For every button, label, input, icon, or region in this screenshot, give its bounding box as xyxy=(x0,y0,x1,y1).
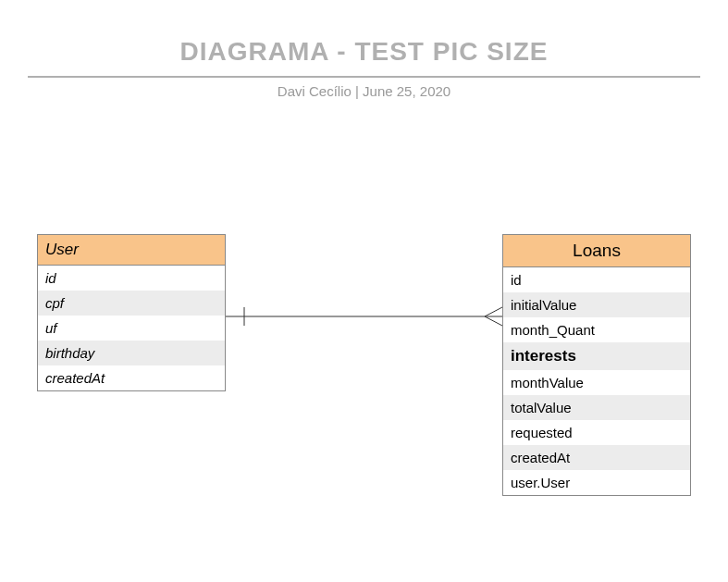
attr-row: totalValue xyxy=(503,395,690,420)
separator: | xyxy=(352,83,363,99)
attr-row: createdAt xyxy=(38,365,225,390)
entity-loans: Loans id initialValue month_Quant intere… xyxy=(502,234,691,496)
attr-row: id xyxy=(503,267,690,292)
svg-line-3 xyxy=(485,316,502,326)
page-title: DIAGRAMA - TEST PIC SIZE xyxy=(0,37,728,67)
attr-row: user.User xyxy=(503,470,690,495)
page-subtitle: Davi Cecílio | June 25, 2020 xyxy=(0,83,728,99)
author-name: Davi Cecílio xyxy=(278,83,352,99)
attr-row: monthValue xyxy=(503,370,690,395)
attr-row: requested xyxy=(503,420,690,445)
attr-row: uf xyxy=(38,316,225,341)
attr-row: birthday xyxy=(38,341,225,365)
attr-row: interests xyxy=(503,342,690,370)
entity-loans-header: Loans xyxy=(503,235,690,267)
attr-row: id xyxy=(38,266,225,291)
attr-row: initialValue xyxy=(503,292,690,317)
attr-row: cpf xyxy=(38,291,225,316)
diagram-canvas: User id cpf uf birthday createdAt Loans … xyxy=(0,99,728,562)
attr-row: month_Quant xyxy=(503,317,690,342)
entity-user-header: User xyxy=(38,235,225,266)
header-divider xyxy=(28,76,700,78)
diagram-date: June 25, 2020 xyxy=(363,83,450,99)
relationship-connector xyxy=(226,298,503,335)
entity-user: User id cpf uf birthday createdAt xyxy=(37,234,226,391)
attr-row: createdAt xyxy=(503,445,690,470)
svg-line-2 xyxy=(485,307,502,316)
